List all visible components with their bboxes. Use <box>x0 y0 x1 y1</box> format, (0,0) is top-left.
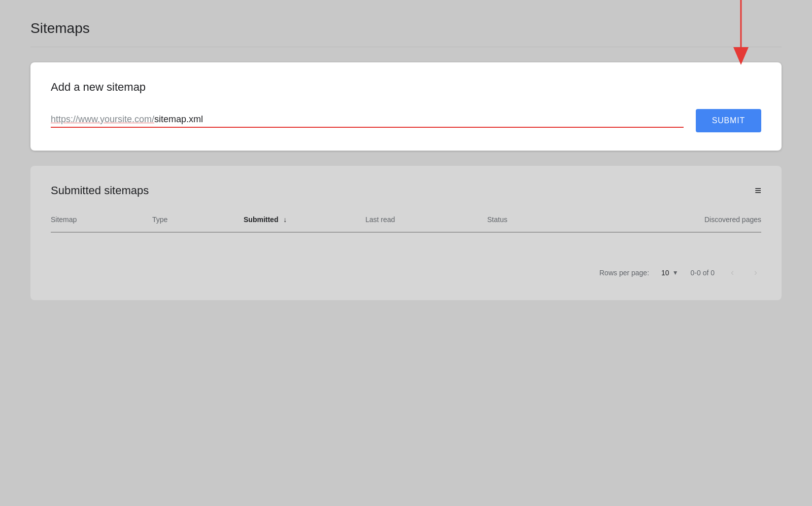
rows-per-page-select[interactable]: 10 ▼ <box>661 269 678 277</box>
prev-page-button[interactable]: ‹ <box>727 265 738 280</box>
submitted-sitemaps-title: Submitted sitemaps <box>51 184 149 197</box>
submitted-sitemaps-section: Submitted sitemaps ≡ Sitemap Type Submit… <box>30 166 782 300</box>
url-prefix: https://www.yoursite.com/ <box>51 114 154 125</box>
add-sitemap-title: Add a new sitemap <box>51 81 761 94</box>
svg-marker-1 <box>733 47 749 65</box>
sitemap-path-input[interactable] <box>154 114 684 125</box>
add-sitemap-card: Add a new sitemap https://www.yoursite.c… <box>30 62 782 151</box>
page-title: Sitemaps <box>30 20 782 37</box>
table-header: Sitemap Type Submitted ↓ Last read Statu… <box>51 215 761 233</box>
table-body <box>51 233 761 253</box>
rows-per-page-dropdown-icon: ▼ <box>672 269 679 276</box>
page-info: 0-0 of 0 <box>691 269 715 277</box>
pagination-row: Rows per page: 10 ▼ 0-0 of 0 ‹ › <box>51 265 761 280</box>
next-page-button[interactable]: › <box>750 265 761 280</box>
col-submitted[interactable]: Submitted ↓ <box>244 215 365 224</box>
sort-down-icon: ↓ <box>283 215 287 224</box>
title-divider <box>30 47 782 47</box>
sitemap-input-wrapper: https://www.yoursite.com/ <box>51 114 684 128</box>
col-submitted-label: Submitted <box>244 215 278 224</box>
col-status: Status <box>487 215 579 224</box>
rows-per-page-value: 10 <box>661 269 669 277</box>
sitemap-input-row: https://www.yoursite.com/ SUBMIT <box>51 109 761 132</box>
col-discovered-pages: Discovered pages <box>579 215 761 224</box>
col-type: Type <box>152 215 244 224</box>
submit-button[interactable]: SUBMIT <box>696 109 761 132</box>
section-header: Submitted sitemaps ≡ <box>51 184 761 197</box>
rows-per-page-label: Rows per page: <box>599 269 649 277</box>
annotation-arrow <box>728 0 754 67</box>
filter-icon[interactable]: ≡ <box>755 184 761 197</box>
col-sitemap: Sitemap <box>51 215 152 224</box>
col-last-read: Last read <box>365 215 487 224</box>
